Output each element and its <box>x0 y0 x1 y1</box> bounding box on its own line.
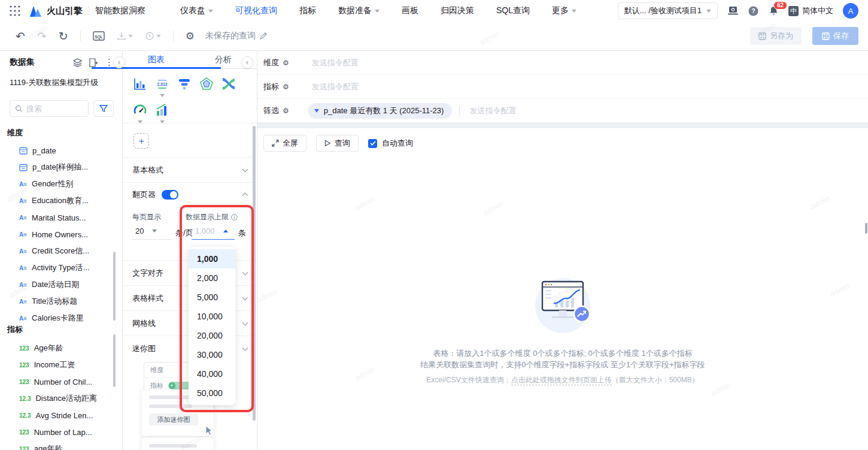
collapse-dataset-panel-button[interactable]: ‹ <box>113 56 125 68</box>
combo-chart-type-icon[interactable] <box>156 104 169 117</box>
metric-field[interactable]: 123age年龄 <box>0 440 122 450</box>
add-sparkline-button[interactable]: 添加迷你图 <box>149 413 198 425</box>
metric-field[interactable]: 12.3Distance活动距离 <box>0 390 122 407</box>
undo-icon[interactable]: ↶ <box>16 29 25 43</box>
chevron-up-icon[interactable] <box>242 193 248 199</box>
pager-title: 翻页器 <box>132 189 156 200</box>
funnel-chart-type-icon[interactable] <box>178 77 191 90</box>
dimension-shelf[interactable]: 维度⚙ 发送指令配置 <box>257 51 868 75</box>
save-as-button[interactable]: 另存为 <box>750 27 802 45</box>
section-pager: 翻页器 <box>123 182 257 206</box>
page-size-select[interactable]: 20 <box>132 226 172 240</box>
dimension-field[interactable]: p_date[样例抽... <box>0 159 122 176</box>
download-icon[interactable] <box>117 31 133 41</box>
limit-option[interactable]: 20,000 <box>189 326 235 345</box>
dimension-field[interactable]: A≡Calories卡路里 <box>0 310 122 324</box>
radar-chart-type-icon[interactable] <box>200 77 213 90</box>
chevron-down-icon <box>242 269 248 275</box>
nav-metrics[interactable]: 指标 <box>299 5 316 16</box>
auto-query-checkbox[interactable] <box>368 139 377 148</box>
limit-option[interactable]: 10,000 <box>189 307 235 326</box>
limit-option[interactable]: 40,000 <box>189 364 235 383</box>
metric-scrollbar[interactable] <box>113 334 116 387</box>
nav-dashboard[interactable]: 仪表盘 <box>180 5 213 16</box>
metric-field[interactable]: 12.3Avg Stride Len... <box>0 407 122 424</box>
limit-option[interactable]: 1,000 <box>189 249 235 268</box>
dimension-scrollbar[interactable] <box>113 252 116 321</box>
gauge-chart-type-icon[interactable] <box>133 104 147 117</box>
nav-visual-query[interactable]: 可视化查询 <box>235 5 277 16</box>
upload-hint: Excel/CSV文件快速查询：点击此处或拖拽文件到页面上传（最大文件大小：50… <box>257 375 868 385</box>
limit-option[interactable]: 50,000 <box>189 383 235 403</box>
upload-link[interactable]: 点击此处或拖拽文件到页面上传 <box>511 376 612 385</box>
limit-select[interactable]: 1,000 <box>192 226 235 240</box>
tab-chart[interactable]: 图表 <box>123 51 190 68</box>
dimension-field[interactable]: A≡Date活动日期 <box>0 276 122 293</box>
redo-icon[interactable]: ↷ <box>37 29 47 43</box>
notification-bell-icon[interactable]: 62 <box>768 5 779 16</box>
user-avatar[interactable]: A <box>843 3 858 19</box>
metric-field[interactable]: 123Number of Lap... <box>0 424 122 440</box>
field-search-input[interactable] <box>26 104 74 113</box>
dimension-field[interactable]: A≡Gender性别 <box>0 176 122 192</box>
metric-shelf[interactable]: 指标⚙ 发送指令配置 <box>257 75 868 99</box>
filter-chip[interactable]: p_date 最近有数 1 天 (2025-11-23) <box>308 103 453 119</box>
gear-icon[interactable]: ⚙ <box>283 59 289 67</box>
dataset-name[interactable]: 1119-关联数据集模型升级 <box>0 68 122 88</box>
dimension-field[interactable]: A≡Marital Status... <box>0 209 122 226</box>
canvas-scrollbar[interactable] <box>865 223 867 234</box>
dimension-field[interactable]: p_date <box>0 142 122 159</box>
dimension-field[interactable]: A≡Title活动标题 <box>0 293 122 310</box>
bar-chart-type-icon[interactable] <box>133 77 147 90</box>
field-search-box[interactable] <box>10 100 89 117</box>
query-settings-gear-icon[interactable]: ⚙ <box>186 30 195 43</box>
metric-field[interactable]: 123Income工资 <box>0 357 122 373</box>
nav-data-prep[interactable]: 数据准备 <box>338 5 380 16</box>
refresh-icon[interactable]: ↻ <box>59 29 68 43</box>
text-field-icon: A≡ <box>19 282 27 288</box>
indicator-card-type-icon[interactable]: 2,312 <box>156 77 169 90</box>
fullscreen-button[interactable]: 全屏 <box>263 135 306 152</box>
metric-field[interactable]: 123Number of Chil... <box>0 373 122 390</box>
nav-canvas[interactable]: 画板 <box>402 5 418 16</box>
gear-icon[interactable]: ⚙ <box>283 83 289 91</box>
language-switcher[interactable]: 中 简体中文 <box>788 5 833 16</box>
filter-shelf[interactable]: 筛选⚙ p_date 最近有数 1 天 (2025-11-23) 发送指令配置 <box>257 99 868 123</box>
limit-unit: 条 <box>238 228 246 238</box>
integer-field-icon: 123 <box>19 446 29 450</box>
gear-icon[interactable]: ⚙ <box>283 107 289 115</box>
dimension-field[interactable]: A≡Activity Type活... <box>0 259 122 276</box>
limit-option[interactable]: 2,000 <box>189 268 235 288</box>
more-kebab-icon[interactable]: ⋮ <box>105 57 114 68</box>
sql-view-icon[interactable]: SQL <box>93 31 105 41</box>
nav-more[interactable]: 更多 <box>552 5 576 16</box>
query-button[interactable]: 查询 <box>316 135 359 152</box>
metric-field[interactable]: 123Age年龄 <box>0 340 122 357</box>
sankey-chart-type-icon[interactable] <box>222 77 235 90</box>
rename-pencil-icon[interactable] <box>259 32 268 40</box>
svg-text:?: ? <box>751 8 755 14</box>
help-icon[interactable]: ? <box>748 5 758 16</box>
dataset-switch-icon[interactable] <box>73 58 82 67</box>
add-chart-button[interactable]: ＋ <box>133 133 149 149</box>
nav-sql-query[interactable]: SQL查询 <box>496 5 530 16</box>
open-dataset-icon[interactable] <box>89 58 98 67</box>
alert-subscribe-icon[interactable] <box>145 31 161 41</box>
nav-attribution[interactable]: 归因决策 <box>441 5 474 16</box>
app-grid-icon[interactable] <box>10 5 20 16</box>
collapse-config-panel-button[interactable]: ‹ <box>241 56 253 68</box>
console-icon[interactable] <box>727 5 738 16</box>
limit-option[interactable]: 30,000 <box>189 345 235 364</box>
config-panel-scrollbar[interactable] <box>253 126 256 421</box>
section-basic-format[interactable]: 基本格式 <box>123 157 257 182</box>
auto-query-checkbox-row[interactable]: 自动查询 <box>368 138 413 149</box>
limit-option[interactable]: 5,000 <box>189 288 235 307</box>
save-button[interactable]: 保存 <box>812 27 858 45</box>
workspace-selector[interactable]: 默认... /验收测试项目1 <box>618 2 718 19</box>
notification-badge: 62 <box>773 1 787 10</box>
dimension-field[interactable]: A≡Credit Score信... <box>0 243 122 259</box>
field-filter-button[interactable] <box>93 100 114 117</box>
pager-toggle[interactable] <box>162 190 178 200</box>
dimension-field[interactable]: A≡Education教育... <box>0 192 122 209</box>
dimension-field[interactable]: A≡Home Owners... <box>0 226 122 243</box>
